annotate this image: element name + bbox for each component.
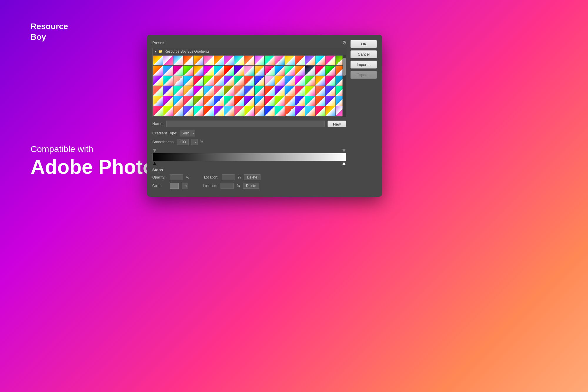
gradient-cell[interactable] [163, 96, 173, 106]
gradient-cell[interactable] [194, 76, 203, 86]
gradient-cell[interactable] [214, 96, 224, 106]
gradient-cell[interactable] [163, 76, 173, 86]
gradient-cell[interactable] [194, 66, 203, 75]
gradient-cell[interactable] [325, 66, 335, 75]
gradient-cell[interactable] [234, 66, 244, 75]
gradient-cell[interactable] [255, 86, 264, 96]
gradient-cell[interactable] [224, 66, 234, 75]
gradient-cell[interactable] [234, 56, 244, 65]
gradient-cell[interactable] [163, 86, 173, 96]
gradient-cell[interactable] [173, 86, 183, 96]
gradient-cell[interactable] [214, 66, 224, 75]
gradient-cell[interactable] [183, 106, 193, 116]
gradient-cell[interactable] [194, 96, 203, 106]
gradient-cell[interactable] [285, 56, 295, 65]
gradient-cell[interactable] [295, 106, 305, 116]
gradient-cell[interactable] [265, 76, 274, 86]
export-button[interactable]: Export... [350, 71, 377, 79]
gradient-cell[interactable] [315, 76, 325, 86]
gradient-cell[interactable] [315, 96, 325, 106]
gradient-cell[interactable] [204, 106, 213, 116]
gradient-cell[interactable] [153, 96, 163, 106]
color-swatch[interactable] [170, 183, 179, 189]
gradient-cell[interactable] [204, 66, 213, 75]
gradient-cell[interactable] [173, 96, 183, 106]
gradient-cell[interactable] [305, 106, 315, 116]
cancel-button[interactable]: Cancel [350, 50, 377, 58]
gear-icon[interactable]: ⚙ [342, 40, 346, 46]
gradient-cell[interactable] [173, 56, 183, 65]
gradient-cell[interactable] [224, 96, 234, 106]
gradient-cell[interactable] [224, 106, 234, 116]
gradient-cell[interactable] [305, 86, 315, 96]
gradient-cell[interactable] [244, 96, 254, 106]
color-stop-left[interactable] [153, 162, 156, 165]
gradient-cell[interactable] [163, 56, 173, 65]
gradient-cell[interactable] [173, 76, 183, 86]
gradient-cell[interactable] [224, 86, 234, 96]
gradient-cell[interactable] [255, 96, 264, 106]
opacity-location-input[interactable] [222, 174, 235, 180]
gradient-cell[interactable] [315, 66, 325, 75]
gradient-cell[interactable] [204, 96, 213, 106]
gradient-cell[interactable] [214, 106, 224, 116]
gradient-cell[interactable] [183, 56, 193, 65]
gradient-cell[interactable] [275, 56, 285, 65]
gradient-cell[interactable] [234, 86, 244, 96]
gradient-cell[interactable] [244, 56, 254, 65]
gradient-grid[interactable] [153, 55, 346, 117]
gradient-cell[interactable] [325, 76, 335, 86]
gradient-cell[interactable] [315, 56, 325, 65]
opacity-stop-right[interactable] [342, 149, 346, 152]
gradient-cell[interactable] [153, 56, 163, 65]
gradient-cell[interactable] [285, 86, 295, 96]
gradient-cell[interactable] [285, 76, 295, 86]
gradient-cell[interactable] [265, 96, 274, 106]
gradient-cell[interactable] [285, 96, 295, 106]
folder-row[interactable]: ▾ 📁 Resource Boy 80s Gradients [153, 48, 346, 55]
gradient-cell[interactable] [265, 56, 274, 65]
gradient-cell[interactable] [244, 76, 254, 86]
gradient-cell[interactable] [194, 106, 203, 116]
opacity-delete-button[interactable]: Delete [244, 174, 260, 180]
gradient-cell[interactable] [153, 86, 163, 96]
gradient-cell[interactable] [255, 66, 264, 75]
gradient-cell[interactable] [325, 86, 335, 96]
gradient-cell[interactable] [295, 76, 305, 86]
gradient-cell[interactable] [234, 96, 244, 106]
color-delete-button[interactable]: Delete [243, 183, 260, 189]
gradient-cell[interactable] [244, 106, 254, 116]
gradient-cell[interactable] [204, 76, 213, 86]
gradient-cell[interactable] [275, 66, 285, 75]
gradient-preview-bar[interactable] [152, 153, 346, 161]
gradient-cell[interactable] [224, 76, 234, 86]
gradient-cell[interactable] [163, 66, 173, 75]
gradient-cell[interactable] [153, 66, 163, 75]
gradient-cell[interactable] [214, 86, 224, 96]
gradient-cell[interactable] [305, 76, 315, 86]
opacity-input[interactable] [170, 174, 183, 180]
gradient-cell[interactable] [183, 86, 193, 96]
gradient-cell[interactable] [214, 76, 224, 86]
gradient-cell[interactable] [315, 86, 325, 96]
gradient-cell[interactable] [214, 56, 224, 65]
gradient-cell[interactable] [325, 96, 335, 106]
gradient-cell[interactable] [153, 76, 163, 86]
gradient-cell[interactable] [173, 66, 183, 75]
gradient-cell[interactable] [305, 96, 315, 106]
gradient-cell[interactable] [255, 56, 264, 65]
gradient-cell[interactable] [204, 86, 213, 96]
gradient-cell[interactable] [173, 106, 183, 116]
color-dropdown[interactable] [182, 183, 188, 189]
gradient-cell[interactable] [244, 66, 254, 75]
gradient-cell[interactable] [163, 106, 173, 116]
scrollbar-track[interactable] [343, 55, 346, 117]
gradient-cell[interactable] [295, 86, 305, 96]
gradient-cell[interactable] [204, 56, 213, 65]
gradient-cell[interactable] [275, 76, 285, 86]
gradient-cell[interactable] [224, 56, 234, 65]
gradient-cell[interactable] [183, 66, 193, 75]
gradient-cell[interactable] [285, 66, 295, 75]
color-stop-right[interactable] [342, 162, 346, 165]
gradient-cell[interactable] [194, 86, 203, 96]
